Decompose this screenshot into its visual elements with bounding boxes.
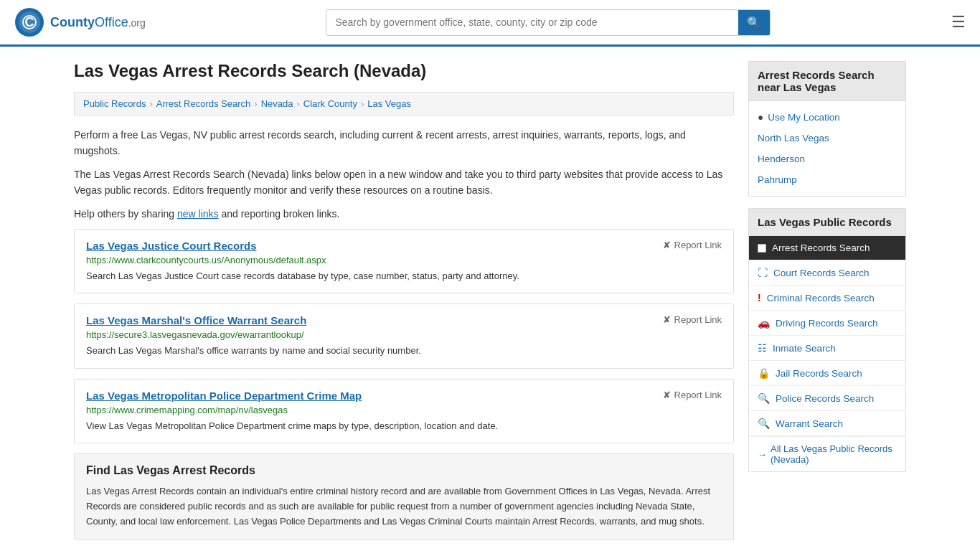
search-icon: 🔍 xyxy=(747,17,761,29)
search-input[interactable] xyxy=(326,11,738,34)
sidebar-label-inmate: Inmate Search xyxy=(773,343,836,354)
new-links-link[interactable]: new links xyxy=(177,208,219,220)
breadcrumb-arrest-records[interactable]: Arrest Records Search xyxy=(156,98,251,109)
breadcrumb-sep-3: › xyxy=(296,98,299,109)
resource-header-2: Las Vegas Marshal's Office Warrant Searc… xyxy=(86,314,722,326)
sidebar-item-jail-records[interactable]: 🔒 Jail Records Search xyxy=(749,361,905,386)
nearby-city-label-1: North Las Vegas xyxy=(758,133,829,143)
use-my-location-label: Use My Location xyxy=(768,112,840,123)
sidebar-item-warrant-search[interactable]: 🔍 Warrant Search xyxy=(749,411,905,436)
sidebar-label-police: Police Records Search xyxy=(776,393,874,404)
resource-title-crime-map[interactable]: Las Vegas Metropolitan Police Department… xyxy=(86,390,362,402)
grid-icon: ☷ xyxy=(758,342,767,354)
sidebar-label-all-records: All Las Vegas Public Records (Nevada) xyxy=(771,443,897,465)
sidebar-item-driving-records[interactable]: 🚗 Driving Records Search xyxy=(749,311,905,336)
sidebar-public-records-body: Arrest Records Search ⛶ Court Records Se… xyxy=(748,235,906,472)
report-icon-2: ✘ xyxy=(663,314,671,325)
sidebar-label-arrest: Arrest Records Search xyxy=(772,242,870,253)
court-icon: ⛶ xyxy=(758,267,768,278)
resource-url-3: https://www.crimemapping.com/map/nv/lasv… xyxy=(86,405,722,415)
find-section-text: Las Vegas Arrest Records contain an indi… xyxy=(86,484,722,529)
sidebar-label-jail: Jail Records Search xyxy=(776,368,862,379)
report-icon-3: ✘ xyxy=(663,390,671,400)
sidebar-label-warrant: Warrant Search xyxy=(776,418,843,429)
police-search-icon: 🔍 xyxy=(758,392,770,404)
resource-item-crime-map: Las Vegas Metropolitan Police Department… xyxy=(74,379,734,444)
logo-area: C CountyOffice.org xyxy=(14,7,146,37)
logo-icon: C xyxy=(14,7,44,37)
nearby-henderson[interactable]: Henderson xyxy=(749,149,905,169)
breadcrumb-sep-2: › xyxy=(254,98,257,109)
breadcrumb-public-records[interactable]: Public Records xyxy=(83,98,146,109)
location-icon: ● xyxy=(758,112,763,123)
breadcrumb: Public Records › Arrest Records Search ›… xyxy=(74,92,734,116)
sidebar-item-police-records[interactable]: 🔍 Police Records Search xyxy=(749,386,905,411)
resource-title-warrant[interactable]: Las Vegas Marshal's Office Warrant Searc… xyxy=(86,314,306,326)
logo-text: CountyOffice.org xyxy=(50,15,146,30)
resource-url-2: https://secure3.lasvegasnevada.gov/ewarr… xyxy=(86,329,722,340)
resource-item: Las Vegas Justice Court Records ✘ Report… xyxy=(74,229,734,294)
resource-desc-2: Search Las Vegas Marshal's office warran… xyxy=(86,344,722,358)
sidebar-nearby-section: Arrest Records Search near Las Vegas ● U… xyxy=(748,61,906,197)
sidebar-public-records-title: Las Vegas Public Records xyxy=(748,208,906,235)
exclamation-icon: ! xyxy=(758,292,761,303)
sidebar-label-court: Court Records Search xyxy=(773,268,870,278)
breadcrumb-nevada[interactable]: Nevada xyxy=(261,98,293,109)
nearby-pahrump[interactable]: Pahrump xyxy=(749,169,905,190)
header: C CountyOffice.org 🔍 ☰ xyxy=(0,0,980,47)
report-link-btn-3[interactable]: ✘ Report Link xyxy=(663,390,722,400)
resource-desc-1: Search Las Vegas Justice Court case reco… xyxy=(86,269,722,283)
sidebar-item-criminal-records[interactable]: ! Criminal Records Search xyxy=(749,286,905,311)
sidebar-item-court-records[interactable]: ⛶ Court Records Search xyxy=(749,260,905,286)
search-button[interactable]: 🔍 xyxy=(738,10,770,35)
warrant-search-icon: 🔍 xyxy=(758,418,770,429)
sidebar-item-all-records[interactable]: → All Las Vegas Public Records (Nevada) xyxy=(749,436,905,471)
resource-header-3: Las Vegas Metropolitan Police Department… xyxy=(86,390,722,402)
resource-header: Las Vegas Justice Court Records ✘ Report… xyxy=(86,240,722,252)
resource-title-justice-court[interactable]: Las Vegas Justice Court Records xyxy=(86,240,257,252)
nearby-city-label-3: Pahrump xyxy=(758,174,797,185)
page-title: Las Vegas Arrest Records Search (Nevada) xyxy=(74,61,734,81)
find-section: Find Las Vegas Arrest Records Las Vegas … xyxy=(74,453,734,540)
sidebar-nearby-body: ● Use My Location North Las Vegas Hender… xyxy=(748,100,906,197)
report-link-btn-1[interactable]: ✘ Report Link xyxy=(663,240,722,250)
arrow-icon: → xyxy=(758,449,767,460)
search-bar: 🔍 xyxy=(326,9,771,36)
find-section-title: Find Las Vegas Arrest Records xyxy=(86,464,722,477)
page-container: Las Vegas Arrest Records Search (Nevada)… xyxy=(60,47,920,551)
breadcrumb-sep-4: › xyxy=(361,98,364,109)
resource-item-warrant: Las Vegas Marshal's Office Warrant Searc… xyxy=(74,303,734,369)
sidebar-item-inmate-search[interactable]: ☷ Inmate Search xyxy=(749,336,905,361)
sidebar-item-arrest-records[interactable]: Arrest Records Search xyxy=(749,236,905,260)
breadcrumb-las-vegas[interactable]: Las Vegas xyxy=(367,98,411,109)
resource-url-1: https://www.clarkcountycourts.us/Anonymo… xyxy=(86,255,722,265)
resource-desc-3: View Las Vegas Metropolitan Police Depar… xyxy=(86,419,722,433)
nearby-north-las-vegas[interactable]: North Las Vegas xyxy=(749,128,905,149)
intro-paragraph-3: Help others by sharing new links and rep… xyxy=(74,206,734,222)
sidebar-nearby-title: Arrest Records Search near Las Vegas xyxy=(748,61,906,100)
intro-paragraph-1: Perform a free Las Vegas, NV public arre… xyxy=(74,127,734,159)
lock-icon: 🔒 xyxy=(758,367,770,379)
car-icon: 🚗 xyxy=(758,317,770,329)
breadcrumb-sep-1: › xyxy=(149,98,152,109)
use-my-location-item[interactable]: ● Use My Location xyxy=(749,107,905,128)
report-icon-1: ✘ xyxy=(663,240,671,250)
hamburger-menu-icon[interactable]: ☰ xyxy=(951,13,966,32)
intro-paragraph-2: The Las Vegas Arrest Records Search (Nev… xyxy=(74,166,734,199)
sidebar: Arrest Records Search near Las Vegas ● U… xyxy=(748,61,906,540)
sidebar-label-driving: Driving Records Search xyxy=(776,318,878,329)
sidebar-label-criminal: Criminal Records Search xyxy=(767,293,875,303)
nearby-city-label-2: Henderson xyxy=(758,154,805,164)
breadcrumb-clark-county[interactable]: Clark County xyxy=(303,98,357,109)
report-link-btn-2[interactable]: ✘ Report Link xyxy=(663,314,722,325)
main-content: Las Vegas Arrest Records Search (Nevada)… xyxy=(74,61,734,540)
square-icon xyxy=(758,244,766,253)
sidebar-public-records-section: Las Vegas Public Records Arrest Records … xyxy=(748,208,906,472)
